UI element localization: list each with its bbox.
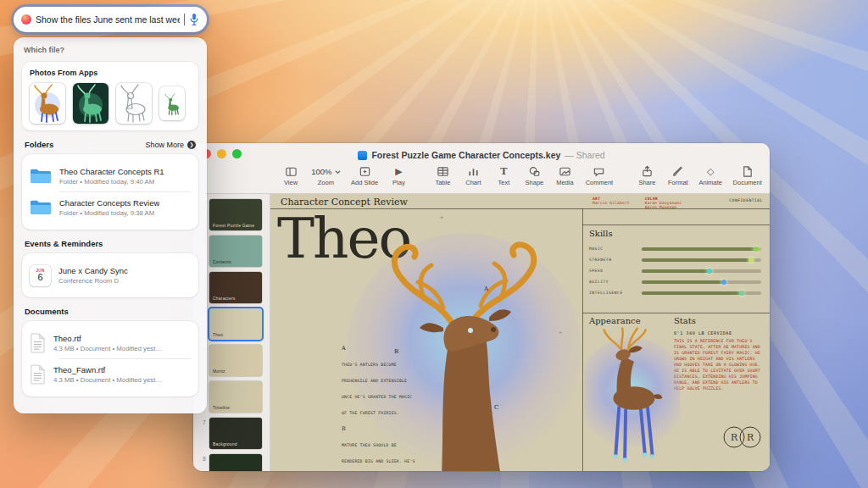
search-input[interactable]: Show the files June sent me last week <box>36 14 180 25</box>
chevron-right-icon: ❯ <box>187 141 196 149</box>
documents-section-header: Documents <box>22 301 198 321</box>
photo-result-thumbnail[interactable] <box>30 83 65 124</box>
slide-thumbnail-row[interactable]: 8 <box>193 454 270 471</box>
skill-bar-track <box>642 280 761 284</box>
minimize-window-button[interactable] <box>217 149 226 158</box>
folder-result[interactable]: Theo Character Concepts R1 Folder • Modi… <box>30 161 191 191</box>
comment-button[interactable]: Comment <box>586 165 612 186</box>
document-button[interactable]: Document <box>733 165 761 186</box>
add-slide-button[interactable]: Add Slide <box>352 165 378 186</box>
document-result[interactable]: Theo_Fawn.rtf 4.3 MB • Document • Modifi… <box>30 359 191 390</box>
play-button[interactable]: ▶ Play <box>389 165 408 186</box>
table-button[interactable]: Table <box>433 165 452 186</box>
spotlight-search-bar[interactable]: Show the files June sent me last week <box>14 7 207 32</box>
skill-row: STRENGTH <box>589 254 761 265</box>
result-meta: Conference Room D <box>58 277 128 285</box>
slide-thumbnail: Forest Puzzle Game <box>209 199 262 230</box>
photos-section-title: Photos From Apps <box>30 69 191 77</box>
result-meta: 4.3 MB • Document • Modified yest… <box>53 376 162 384</box>
document-result[interactable]: Theo.rtf 4.3 MB • Document • Modified ye… <box>30 328 191 358</box>
spotlight-results-panel: Which file? Photos From Apps <box>14 37 207 413</box>
format-button[interactable]: Format <box>668 165 687 186</box>
traffic-lights <box>202 149 242 158</box>
zoom-control[interactable]: 100% Zoom <box>312 165 340 186</box>
share-button[interactable]: Share <box>637 165 656 186</box>
animate-button[interactable]: ◇ Animate <box>699 165 721 186</box>
confidential-label: CONFIDENTIAL <box>729 198 763 202</box>
slide-thumbnail <box>209 454 262 471</box>
stats-title: Stats <box>674 316 763 325</box>
skill-bar-fill <box>642 291 743 295</box>
skill-bar-fill <box>642 258 753 262</box>
crop-mark <box>440 214 443 221</box>
documents-title: Documents <box>25 307 69 316</box>
slide-thumbnail-label: Background <box>213 442 237 447</box>
slide-thumbnail: Characters <box>209 272 262 303</box>
shared-status-label: — Shared <box>565 150 604 160</box>
keynote-document-icon <box>358 151 367 160</box>
text-cursor <box>184 14 186 25</box>
skill-bar-dot <box>748 258 754 263</box>
svg-text:R: R <box>731 432 738 443</box>
photo-results-row <box>30 83 191 124</box>
stats-description: THIS IS A REFERENCE FOR THEO'S FINAL STA… <box>674 339 763 392</box>
folder-result[interactable]: Character Concepts Review Folder • Modif… <box>30 192 191 223</box>
photo-result-thumbnail[interactable] <box>73 83 108 124</box>
credit-art-name: Marcin Gilabert <box>593 201 630 205</box>
slide-thumbnail-label: Contents <box>213 260 231 265</box>
show-more-button[interactable]: Show More ❯ <box>145 141 196 149</box>
document-icon <box>741 165 754 178</box>
slide-thumbnail: Moritz <box>209 345 262 376</box>
note-a: A THEO'S ANTLERS BECOME PREHENSILE AND E… <box>342 345 420 418</box>
format-icon <box>671 165 684 178</box>
photo-result-thumbnail[interactable] <box>159 86 185 120</box>
folders-section-header: Folders Show More ❯ <box>22 134 198 154</box>
fullscreen-window-button[interactable] <box>232 149 242 158</box>
annotation-marker-a: A <box>484 286 488 292</box>
skill-row: INTELLIGENCE <box>589 287 761 298</box>
window-title: Forest Puzzle Game Character Concepts.ke… <box>371 150 560 160</box>
chart-icon <box>467 165 480 178</box>
slide-thumbnail: Contents <box>209 236 262 267</box>
deer-art-painting-icon <box>73 83 108 124</box>
events-card: JUN 6 June x Candy Sync Conference Room … <box>22 253 198 297</box>
window-titlebar[interactable]: Forest Puzzle Game Character Concepts.ke… <box>193 143 770 164</box>
note-b: B MATURE THEO SHOULD BE RENDERED BIG AND… <box>342 425 420 471</box>
skill-bar-dot <box>754 247 759 252</box>
comment-icon <box>593 165 605 178</box>
result-meta: Folder • Modified today, 9:40 AM <box>59 178 164 186</box>
slide-canvas[interactable]: Character Concept Review ART Marcin Gila… <box>270 194 770 471</box>
registration-mark-logo: R R <box>721 424 765 450</box>
slide-thumbnail-selected: Theo <box>209 308 262 340</box>
skill-bar-track <box>642 269 761 273</box>
keynote-window: Forest Puzzle Game Character Concepts.ke… <box>193 143 770 471</box>
skill-row: SPEED <box>589 265 761 276</box>
skill-bar-dot <box>707 269 712 274</box>
photo-result-thumbnail[interactable] <box>116 83 152 124</box>
result-meta: 4.3 MB • Document • Modified yest… <box>53 345 162 352</box>
skill-bar-track <box>642 247 761 251</box>
view-button[interactable]: View <box>281 165 300 186</box>
apple-intelligence-icon <box>21 14 31 25</box>
zoom-value: 100% <box>311 167 331 176</box>
clarification-prompt: Which file? <box>24 46 198 54</box>
media-button[interactable]: Media <box>555 165 574 186</box>
shape-button[interactable]: Shape <box>525 165 543 186</box>
table-icon <box>437 165 449 178</box>
skill-bar-dot <box>739 291 744 296</box>
text-button[interactable]: T Text <box>494 165 513 186</box>
result-name: Theo.rtf <box>53 334 162 343</box>
slide-thumbnail-row[interactable]: 7 Background <box>193 418 270 449</box>
event-result[interactable]: JUN 6 June x Candy Sync Conference Room … <box>30 260 191 291</box>
share-icon <box>641 165 654 178</box>
chart-button[interactable]: Chart <box>464 165 482 186</box>
folders-title: Folders <box>25 140 53 149</box>
chevron-down-icon <box>335 169 341 175</box>
slide-thumbnail-label: Moritz <box>213 369 225 374</box>
add-slide-icon <box>359 165 371 178</box>
events-section-header: Events & Reminders <box>22 233 198 253</box>
slide-number: 7 <box>198 418 206 425</box>
microphone-icon[interactable] <box>189 13 199 26</box>
theo-fullbody-illustration[interactable] <box>584 321 680 471</box>
deer-art-sketch-icon <box>116 83 152 124</box>
